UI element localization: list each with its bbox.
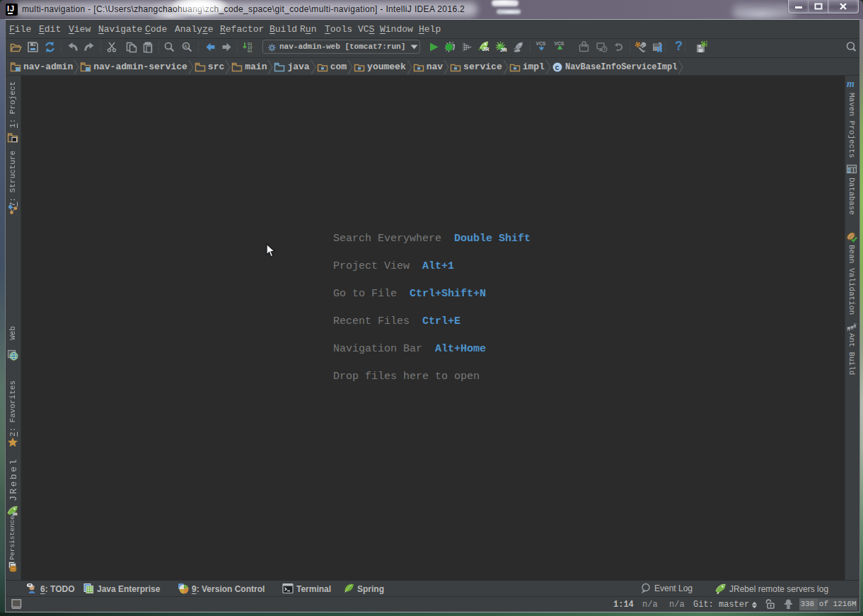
svg-text:A: A [184, 44, 187, 49]
svg-text:VCS: VCS [535, 41, 545, 46]
svg-text:m: m [847, 79, 855, 89]
svg-text:JR: JR [482, 46, 490, 52]
svg-text:JR: JR [500, 47, 507, 53]
svg-text:C: C [555, 64, 560, 71]
svg-text:01: 01 [248, 49, 253, 53]
svg-text:VCS: VCS [554, 41, 564, 46]
